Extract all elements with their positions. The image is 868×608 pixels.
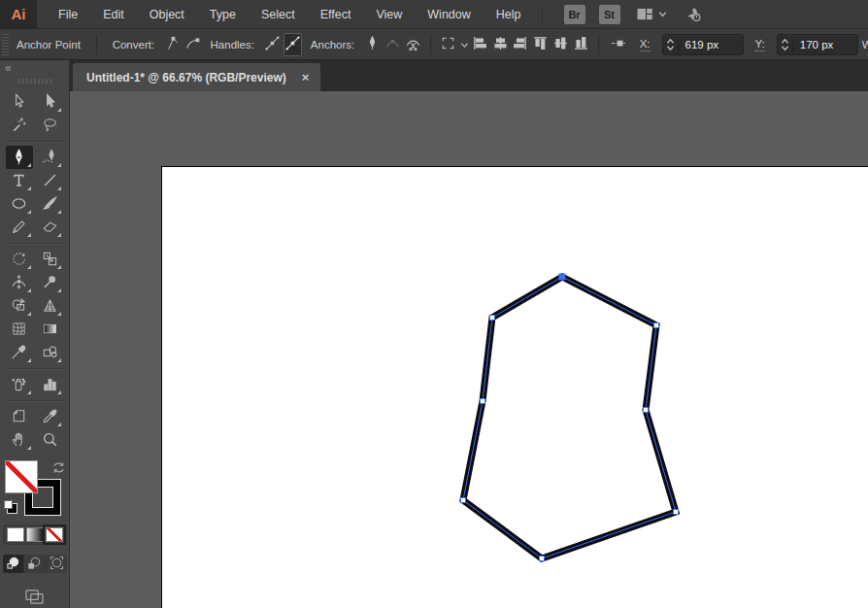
puppet-warp-tool[interactable]	[36, 271, 63, 294]
tab-close-button[interactable]: ×	[302, 71, 310, 84]
convert-to-corner-button[interactable]	[163, 33, 182, 56]
eyedropper-icon	[11, 344, 27, 360]
anchor-point[interactable]	[674, 510, 679, 515]
connect-anchors-button[interactable]	[384, 33, 402, 56]
divider	[96, 35, 97, 54]
fill-swatch-none[interactable]	[5, 460, 38, 493]
anchor-point[interactable]	[540, 557, 545, 561]
shape-builder-tool[interactable]	[6, 294, 33, 318]
mesh-tool[interactable]	[6, 318, 33, 341]
menu-file[interactable]: File	[46, 8, 90, 21]
y-label[interactable]: Y:	[755, 38, 765, 51]
y-stepper[interactable]	[778, 38, 793, 51]
bridge-button[interactable]: Br	[564, 5, 585, 24]
x-stepper[interactable]	[663, 38, 679, 51]
mesh-icon	[11, 321, 27, 337]
menu-help[interactable]: Help	[484, 8, 534, 21]
align-right-button[interactable]	[512, 33, 530, 56]
gradient-tool[interactable]	[36, 318, 63, 341]
x-input[interactable]: 619 px	[662, 34, 744, 55]
selection-tool[interactable]	[6, 90, 33, 114]
default-fill-stroke-button[interactable]	[4, 500, 17, 513]
pencil-icon	[11, 219, 27, 235]
symbol-sprayer-tool[interactable]	[6, 373, 33, 396]
align-left-icon	[472, 35, 488, 53]
align-middle-button[interactable]	[551, 33, 570, 56]
chevron-down-icon	[460, 39, 469, 51]
draw-inside-icon	[50, 556, 64, 573]
control-bar-grip[interactable]	[2, 34, 9, 55]
stock-button[interactable]: St	[599, 5, 620, 24]
cut-path-button[interactable]	[404, 33, 422, 56]
line-segment-tool[interactable]	[36, 169, 63, 192]
magic-wand-tool[interactable]	[6, 114, 33, 137]
menu-type[interactable]: Type	[197, 8, 249, 21]
eyedropper-tool[interactable]	[6, 341, 33, 364]
width-tool[interactable]	[6, 271, 33, 294]
align-top-button[interactable]	[531, 33, 550, 56]
isolate-selection-button[interactable]	[440, 33, 469, 56]
collapse-panel-button[interactable]: «	[5, 61, 12, 75]
show-handles-button[interactable]	[284, 33, 302, 56]
workspace-switcher-button[interactable]	[636, 7, 668, 21]
lasso-tool[interactable]	[36, 114, 63, 137]
align-left-button[interactable]	[471, 33, 489, 56]
slice-tool[interactable]	[36, 405, 63, 428]
draw-behind-button[interactable]	[24, 555, 46, 573]
remove-anchor-button[interactable]	[363, 33, 382, 56]
artboard-clip-icon	[440, 35, 456, 53]
symbol-sprayer-icon	[11, 376, 27, 392]
hide-handles-button[interactable]	[263, 33, 282, 56]
stepper-down-icon	[666, 45, 675, 51]
type-tool[interactable]	[6, 169, 33, 192]
eraser-tool[interactable]	[36, 216, 63, 239]
align-center-button[interactable]	[491, 33, 510, 56]
color-button[interactable]	[7, 527, 24, 542]
ellipse-tool[interactable]	[6, 192, 33, 216]
draw-inside-button[interactable]	[46, 555, 67, 573]
direct-selection-tool[interactable]	[36, 90, 63, 114]
anchor-point[interactable]	[644, 408, 649, 413]
menu-view[interactable]: View	[363, 8, 415, 21]
rotate-tool[interactable]	[6, 248, 33, 271]
menu-object[interactable]: Object	[137, 8, 197, 21]
paintbrush-tool[interactable]	[36, 192, 63, 216]
gradient-button[interactable]	[26, 527, 44, 542]
menu-edit[interactable]: Edit	[90, 8, 137, 21]
artboard-tool[interactable]	[6, 405, 33, 428]
selected-pen-path[interactable]	[70, 91, 868, 608]
anchor-point[interactable]	[654, 323, 659, 328]
screen-mode-button[interactable]	[22, 589, 48, 608]
anchor-point[interactable]	[481, 399, 485, 404]
column-graph-tool[interactable]	[36, 373, 63, 396]
curvature-tool[interactable]	[36, 146, 63, 169]
menu-effect[interactable]: Effect	[308, 8, 364, 21]
gpu-performance-button[interactable]	[684, 6, 702, 22]
x-label[interactable]: X:	[640, 38, 651, 51]
reference-point-widget[interactable]	[608, 33, 630, 56]
none-button[interactable]	[46, 527, 63, 542]
swap-fill-stroke-icon[interactable]	[51, 460, 66, 479]
draw-normal-button[interactable]	[3, 555, 24, 573]
convert-to-smooth-button[interactable]	[184, 33, 202, 56]
perspective-grid-tool[interactable]	[36, 294, 63, 318]
y-input[interactable]: 170 px	[777, 34, 858, 55]
scale-tool[interactable]	[36, 248, 63, 271]
document-tab[interactable]: Untitled-1* @ 66.67% (RGB/Preview) ×	[73, 63, 320, 91]
menu-window[interactable]: Window	[415, 8, 483, 21]
panel-grip[interactable]	[18, 79, 51, 84]
anchor-point-selected[interactable]	[559, 274, 566, 281]
scissors-curve-icon	[405, 35, 421, 53]
zoom-tool[interactable]	[36, 428, 63, 452]
anchor-point[interactable]	[461, 498, 466, 503]
pencil-tool[interactable]	[6, 216, 33, 239]
screen-mode-icon	[24, 589, 45, 608]
menu-select[interactable]: Select	[249, 8, 308, 21]
hand-tool[interactable]	[6, 428, 33, 452]
anchor-point[interactable]	[490, 316, 495, 321]
blend-tool[interactable]	[36, 341, 63, 364]
reference-point-icon	[611, 35, 627, 53]
pen-tool[interactable]	[6, 146, 33, 169]
canvas-pasteboard[interactable]	[70, 91, 868, 608]
align-bottom-button[interactable]	[572, 33, 590, 56]
